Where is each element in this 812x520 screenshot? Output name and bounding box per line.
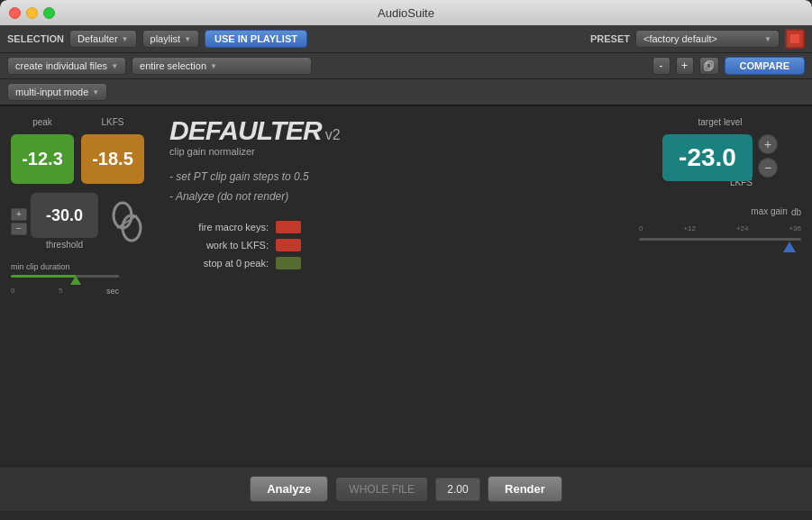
left-panel: peak LKFS -12.3 -18.5 + − -30.0 threshol… [11, 117, 151, 455]
db-label: db [791, 207, 801, 217]
threshold-area: + − -30.0 threshold [11, 193, 151, 250]
target-increment[interactable]: + [758, 134, 778, 154]
record-button[interactable] [785, 29, 805, 49]
plus-button[interactable]: + [676, 57, 694, 75]
plugin-subtitle: clip gain normalizer [169, 146, 255, 157]
plugin-title: DEFAULTER [169, 117, 322, 144]
info-line-1: - set PT clip gain steps to 0.5 [169, 168, 309, 187]
work-lkfs-button[interactable] [276, 239, 301, 251]
preset-dropdown[interactable]: <factory default> [635, 30, 780, 48]
copy-icon-button[interactable] [699, 57, 719, 75]
info-line-2: - Analyze (do not render) [169, 187, 309, 207]
zoom-button[interactable] [43, 7, 55, 19]
lkfs-meter: -18.5 [81, 134, 144, 184]
plugin-title-row: DEFAULTER v2 [169, 117, 341, 144]
multi-input-dropdown[interactable]: multi-input mode [7, 83, 107, 101]
peak-label: peak [11, 117, 74, 127]
whole-file-button[interactable]: WHOLE FILE [335, 477, 428, 502]
playlist-dropdown[interactable]: playlist [142, 30, 200, 48]
create-individual-dropdown[interactable]: create individual files [7, 57, 126, 75]
gain-thumb [783, 242, 796, 252]
analyze-button[interactable]: Analyze [250, 476, 328, 502]
slider-container[interactable] [11, 275, 119, 278]
window-title: AudioSuite [378, 6, 434, 20]
macros-area: fire macro keys: work to LKFS: stop at 0… [169, 221, 301, 269]
target-value-box[interactable]: -23.0 [662, 134, 753, 181]
defaulter-dropdown[interactable]: Defaulter [69, 30, 137, 48]
sec-label: sec [106, 287, 119, 296]
slider-track [11, 275, 119, 278]
threshold-label: threshold [31, 240, 98, 250]
lkfs-label: LKFS [81, 117, 144, 127]
slider-thumb [70, 276, 81, 285]
macro-row-lkfs: work to LKFS: [169, 239, 301, 251]
version-value-box: 2.00 [435, 478, 480, 501]
plugin-area: peak LKFS -12.3 -18.5 + − -30.0 threshol… [0, 106, 812, 466]
minus-button[interactable]: - [652, 57, 671, 75]
header-row-2: create individual files entire selection… [0, 53, 812, 79]
slider-max: 5 [59, 287, 62, 296]
gain-scale-container: 0 +12 +24 +36 [639, 224, 801, 252]
selection-label: Selection [7, 33, 64, 44]
scale-36: +36 [789, 224, 801, 233]
svg-rect-1 [707, 61, 713, 68]
peak-meter: -12.3 [11, 134, 74, 184]
center-panel: DEFAULTER v2 clip gain normalizer - set … [160, 117, 630, 455]
peak-value: -12.3 [22, 149, 63, 169]
copy-icon [704, 60, 715, 71]
titlebar: AudioSuite [0, 0, 812, 25]
plugin-info: - set PT clip gain steps to 0.5 - Analyz… [169, 168, 309, 206]
max-gain-area: max gain db 0 +12 +24 +36 [639, 205, 801, 252]
svg-rect-0 [705, 63, 711, 70]
meters-labels: peak LKFS [11, 117, 151, 127]
threshold-value: -30.0 [46, 206, 83, 225]
meters-row: -12.3 -18.5 [11, 134, 151, 184]
close-button[interactable] [9, 7, 21, 19]
lkfs-value: -18.5 [92, 149, 133, 169]
slider-scale: 0 5 sec [11, 287, 119, 296]
fire-macro-button[interactable] [276, 221, 301, 233]
clip-icon [102, 196, 151, 246]
right-panel: target level -23.0 LKFS + − max gain db … [639, 117, 801, 455]
target-label: target level [698, 117, 743, 127]
traffic-lights [9, 7, 55, 19]
target-value: -23.0 [679, 143, 736, 171]
scale-24: +24 [736, 224, 749, 233]
scale-12: +12 [683, 224, 696, 233]
threshold-controls: + − [11, 208, 27, 235]
minimize-button[interactable] [26, 7, 38, 19]
threshold-value-box[interactable]: -30.0 [31, 193, 98, 238]
bottom-bar: Analyze WHOLE FILE 2.00 Render [0, 466, 812, 511]
plugin-version: v2 [325, 127, 341, 143]
max-gain-row: max gain db [639, 205, 801, 217]
target-row: -23.0 LKFS + − [662, 134, 778, 187]
gain-slider-track[interactable] [639, 238, 801, 252]
record-icon [790, 34, 799, 43]
entire-selection-dropdown[interactable]: entire selection [132, 57, 312, 75]
min-clip-label: min clip duration [11, 262, 151, 271]
target-decrement[interactable]: − [758, 158, 778, 178]
threshold-increment[interactable]: + [11, 208, 27, 221]
gain-scale-labels: 0 +12 +24 +36 [639, 224, 801, 233]
use-in-playlist-button[interactable]: USE IN PLAYLIST [205, 30, 307, 48]
max-gain-label: max gain [751, 206, 788, 216]
threshold-decrement[interactable]: − [11, 223, 27, 235]
stop-peak-label: stop at 0 peak: [169, 258, 269, 269]
scale-0: 0 [639, 224, 643, 233]
macro-row-peak: stop at 0 peak: [169, 257, 301, 269]
preset-label: Preset [590, 33, 630, 44]
slider-area: min clip duration 0 5 sec [11, 262, 151, 296]
header-row-3: multi-input mode [0, 79, 812, 106]
slider-min: 0 [11, 287, 14, 296]
header-row-1: Selection Defaulter playlist USE IN PLAY… [0, 25, 812, 53]
render-button[interactable]: Render [488, 476, 562, 502]
fire-macro-label: fire macro keys: [169, 222, 269, 233]
compare-button[interactable]: COMPARE [725, 57, 805, 75]
macro-row-fire: fire macro keys: [169, 221, 301, 233]
stop-peak-button[interactable] [276, 257, 301, 269]
target-controls: + − [758, 134, 778, 178]
work-lkfs-label: work to LKFS: [169, 240, 269, 251]
